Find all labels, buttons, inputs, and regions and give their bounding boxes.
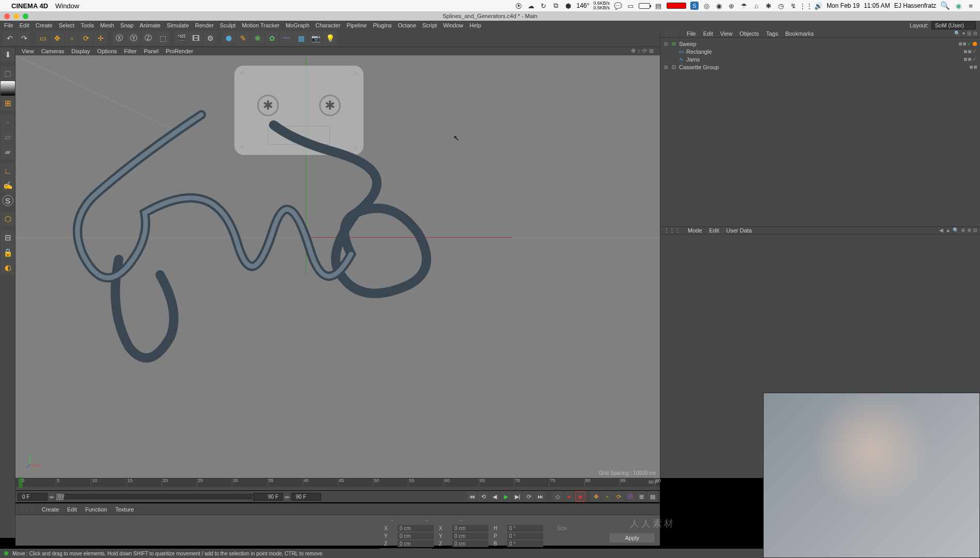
- key-pos[interactable]: ✥: [591, 491, 601, 502]
- misc-tool[interactable]: ◐: [1, 260, 15, 275]
- expand-icon[interactable]: ⊞: [663, 65, 669, 70]
- coord-Z-bv[interactable]: 0 cm: [452, 540, 488, 547]
- lock-icon[interactable]: 🔒: [1, 245, 15, 260]
- vp-view[interactable]: View: [22, 48, 34, 54]
- add-cube[interactable]: ⬢: [222, 32, 235, 45]
- vp-options[interactable]: Options: [97, 48, 117, 54]
- umbrella-icon[interactable]: ☂: [740, 2, 748, 10]
- screenflow-icon[interactable]: ⬢: [564, 2, 573, 10]
- range-end[interactable]: 90 F: [253, 493, 283, 501]
- add-generator[interactable]: ❋: [251, 32, 264, 45]
- object-cassette-group[interactable]: ⊞ ⊡ Cassette Group: [663, 63, 977, 71]
- add-deformer[interactable]: 〰: [280, 32, 293, 45]
- panel-grip-icon[interactable]: ⋮⋮⋮: [380, 516, 394, 523]
- attr-mode[interactable]: Mode: [688, 227, 702, 234]
- app-name[interactable]: CINEMA 4D: [11, 2, 48, 10]
- menu-create[interactable]: Create: [36, 22, 53, 28]
- menu-sculpt[interactable]: Sculpt: [220, 22, 236, 28]
- vp-nav-move-icon[interactable]: ✥: [631, 48, 636, 54]
- vp-display[interactable]: Display: [71, 48, 90, 54]
- next-key[interactable]: ⟳: [524, 491, 534, 502]
- viewport-canvas[interactable]: Grid Spacing : 10000 cm ↖: [15, 55, 660, 478]
- object-jams[interactable]: ∿ Jams ✓: [663, 55, 977, 63]
- timeline-ruler[interactable]: 05101520253035404550556065707580859090 F: [15, 478, 660, 490]
- keyframe-selection[interactable]: ◉: [575, 491, 586, 502]
- x-axis-lock[interactable]: Ⓧ: [113, 32, 126, 45]
- chat-icon[interactable]: 💬: [614, 2, 622, 10]
- model-mode[interactable]: ▢: [1, 66, 15, 81]
- scale-tool[interactable]: ▫: [65, 32, 78, 45]
- viewport[interactable]: View Cameras Display Options Filter Pane…: [15, 47, 660, 478]
- goto-end[interactable]: ⏭: [535, 491, 545, 502]
- zoom-icon[interactable]: [23, 13, 28, 19]
- mat-edit[interactable]: Edit: [67, 506, 77, 513]
- minimize-icon[interactable]: [13, 13, 19, 19]
- attr-up-icon[interactable]: ▲: [945, 227, 951, 234]
- om-view[interactable]: View: [720, 30, 733, 37]
- vp-prorender[interactable]: ProRender: [166, 48, 193, 54]
- add-environment[interactable]: ▦: [294, 32, 308, 45]
- username[interactable]: EJ Hassenfratz: [894, 2, 936, 9]
- layout-dropdown[interactable]: SoM (User): [931, 21, 976, 29]
- snap-toggle[interactable]: ⬡: [1, 212, 15, 226]
- menu-mesh[interactable]: Mesh: [100, 22, 114, 28]
- globe-icon[interactable]: ⊕: [728, 2, 736, 10]
- prev-key[interactable]: ⟲: [478, 491, 488, 502]
- menu-snap[interactable]: Snap: [120, 22, 134, 28]
- menu-character[interactable]: Character: [315, 22, 340, 28]
- util-icon[interactable]: ▤: [654, 2, 662, 10]
- menubar-icon[interactable]: ⦿: [515, 2, 523, 10]
- menu-motiontracker[interactable]: Motion Tracker: [242, 22, 279, 28]
- menu-octane[interactable]: Octane: [398, 22, 416, 28]
- coord-Z-av[interactable]: 0 cm: [398, 540, 434, 547]
- mat-function[interactable]: Function: [85, 506, 107, 513]
- record-key[interactable]: ◇: [552, 491, 563, 502]
- home-icon[interactable]: ⌂: [752, 2, 761, 10]
- object-tree[interactable]: ⊟ ✿ Sweep ✓ ▭ Rectangle ✓ ∿ Jams ✓ ⊞ ⊡ C…: [660, 38, 980, 73]
- attr-expand-icon[interactable]: ⧉: [973, 227, 977, 234]
- key-param[interactable]: Ⓟ: [625, 491, 635, 502]
- menu-file[interactable]: File: [4, 22, 13, 28]
- attr-search-icon[interactable]: 🔍: [953, 227, 959, 234]
- rotate-tool[interactable]: ⟳: [80, 32, 93, 45]
- object-rectangle[interactable]: ▭ Rectangle ✓: [663, 48, 977, 55]
- vp-nav-layout-icon[interactable]: ⊞: [649, 48, 654, 54]
- coord-Y-av[interactable]: 0 cm: [398, 533, 434, 539]
- volume-icon[interactable]: 🔊: [814, 2, 823, 10]
- polygon-mode[interactable]: ▰: [1, 145, 15, 159]
- mat-create[interactable]: Create: [42, 506, 59, 513]
- range-start[interactable]: 0 F: [18, 493, 48, 501]
- y-axis-lock[interactable]: Ⓨ: [127, 32, 140, 45]
- mac-menu-window[interactable]: Window: [55, 2, 79, 10]
- menu-render[interactable]: Render: [195, 22, 214, 28]
- move-tool[interactable]: ✥: [51, 32, 64, 45]
- coord-X-bv[interactable]: 0 cm: [452, 525, 488, 532]
- sync-icon[interactable]: ↻: [540, 2, 548, 10]
- add-spline[interactable]: ✎: [236, 32, 250, 45]
- attr-userdata[interactable]: User Data: [726, 227, 752, 234]
- render-view[interactable]: 🎬: [175, 32, 188, 45]
- axis-mode[interactable]: ∟: [1, 163, 15, 178]
- snowflake-icon[interactable]: ✱: [765, 2, 773, 10]
- render-pv[interactable]: 🎞: [189, 32, 202, 45]
- workplane-mode[interactable]: ⊞: [1, 96, 15, 111]
- dropbox-icon[interactable]: ⧉: [552, 2, 560, 10]
- mat-texture[interactable]: Texture: [115, 506, 134, 513]
- object-sweep[interactable]: ⊟ ✿ Sweep ✓: [663, 40, 977, 48]
- make-editable[interactable]: ⬇: [1, 48, 15, 62]
- add-subdiv[interactable]: ✿: [265, 32, 279, 45]
- vp-panel[interactable]: Panel: [144, 48, 159, 54]
- panel-grip-icon[interactable]: ⋮⋮⋮: [20, 506, 34, 513]
- vp-cameras[interactable]: Cameras: [41, 48, 65, 54]
- menu-help[interactable]: Help: [469, 22, 481, 28]
- spotlight-icon[interactable]: 🔍: [940, 1, 950, 10]
- attr-pin-icon[interactable]: ⊗: [967, 227, 971, 234]
- add-light[interactable]: 💡: [323, 32, 337, 45]
- display-icon[interactable]: ▭: [626, 2, 635, 10]
- collapse-icon[interactable]: ⊟: [663, 41, 669, 47]
- menu-script[interactable]: Script: [422, 22, 437, 28]
- texture-mode[interactable]: [1, 81, 15, 96]
- battery-red-icon[interactable]: [667, 3, 686, 9]
- date[interactable]: Mon Feb 19: [827, 2, 860, 9]
- workplane-icon[interactable]: ⊟: [1, 230, 15, 245]
